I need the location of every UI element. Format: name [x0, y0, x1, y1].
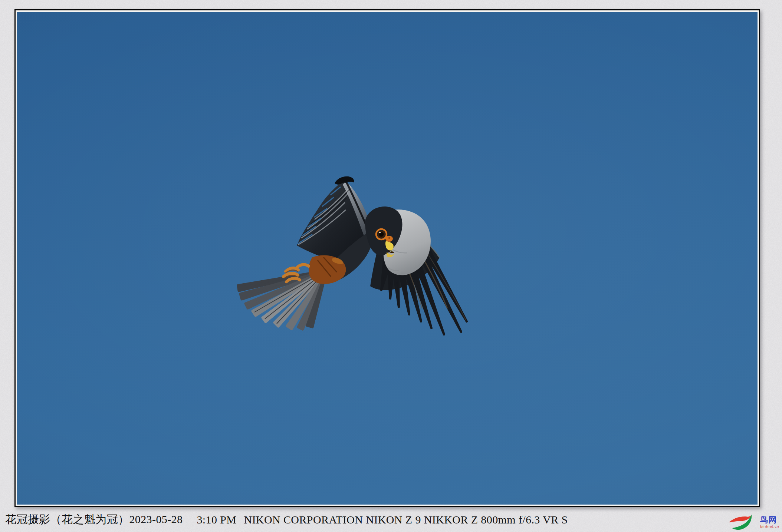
- falcon-illustration: [17, 12, 758, 505]
- photo-frame: [14, 9, 760, 507]
- falcon-vent-and-feet: [283, 255, 346, 284]
- caption-camera-info: NIKON CORPORATION NIKON Z 9 NIKKOR Z 800…: [244, 513, 568, 526]
- caption-time: 3:10 PM: [197, 513, 236, 526]
- photo: [17, 12, 758, 505]
- birdnet-logo-name: 鸟网: [760, 516, 777, 524]
- birdnet-logo-domain: birdnet.cn: [760, 525, 779, 528]
- birdnet-logo: 鸟网 birdnet.cn: [727, 513, 779, 531]
- birdnet-swoosh-icon: [727, 513, 759, 531]
- caption-bar: 花冠摄影（花之魁为冠）2023-05-28 3:10 PM NIKON CORP…: [5, 507, 710, 532]
- photo-mat: [16, 10, 759, 506]
- caption-studio-date: 花冠摄影（花之魁为冠）2023-05-28: [5, 512, 183, 527]
